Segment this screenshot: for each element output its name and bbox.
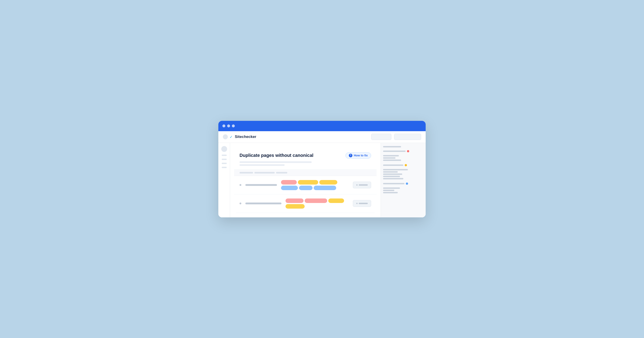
nav-button-secondary[interactable] xyxy=(394,134,421,140)
how-to-fix-label: How to fix xyxy=(354,154,368,157)
rp-group-2 xyxy=(383,150,424,152)
row-action-button-2[interactable] xyxy=(353,200,371,207)
rp-bar xyxy=(383,165,403,166)
navbar: ✓ Sitechecker xyxy=(218,131,426,143)
table-row xyxy=(234,194,376,213)
action-btn-dot xyxy=(356,203,358,204)
subtitle-bar-2 xyxy=(240,164,284,166)
rp-bar xyxy=(383,146,401,147)
row-label-2 xyxy=(246,202,282,204)
tag xyxy=(305,198,327,203)
rp-status-dot-blue xyxy=(406,182,408,185)
tag xyxy=(281,186,298,190)
rp-status-dot-red xyxy=(407,150,409,152)
rp-bar xyxy=(383,183,404,184)
action-btn-bar xyxy=(359,184,368,186)
rp-bar xyxy=(383,155,399,157)
th-bar-3 xyxy=(276,172,287,173)
rp-bar xyxy=(383,169,408,170)
traffic-light-3 xyxy=(232,125,235,127)
sidebar xyxy=(218,143,230,217)
rp-bar xyxy=(383,171,398,172)
rp-bar xyxy=(383,176,400,177)
th-bar-2 xyxy=(254,172,275,173)
sidebar-item-1[interactable] xyxy=(222,155,227,156)
tag xyxy=(281,180,297,184)
rp-group-3 xyxy=(383,164,424,166)
browser-window: ✓ Sitechecker Duplicate pages without ca… xyxy=(218,121,426,217)
table-header xyxy=(234,170,376,176)
row-action-button-1[interactable] xyxy=(353,181,371,188)
card-header: Duplicate pages without canonical ? How … xyxy=(234,147,376,170)
tag xyxy=(286,204,305,209)
rp-bar xyxy=(383,190,394,191)
rp-bar xyxy=(383,151,406,152)
logo-area: ✓ Sitechecker xyxy=(223,134,368,139)
how-to-fix-icon: ? xyxy=(349,154,352,157)
sidebar-item-2[interactable] xyxy=(222,159,227,160)
tag xyxy=(286,198,304,203)
rp-bar xyxy=(383,173,402,175)
rp-sub-group-4 xyxy=(383,187,424,193)
sidebar-item-3[interactable] xyxy=(222,163,227,164)
tag xyxy=(314,186,336,190)
tag xyxy=(298,180,318,184)
rp-bar xyxy=(383,157,396,159)
rp-status-dot-orange xyxy=(405,164,407,166)
main-layout: Duplicate pages without canonical ? How … xyxy=(218,143,426,217)
content-card: Duplicate pages without canonical ? How … xyxy=(234,147,376,213)
rp-sub-group-2 xyxy=(383,155,424,161)
rp-bar xyxy=(383,178,403,179)
row-dot-2 xyxy=(240,202,241,204)
row-tags-1 xyxy=(281,180,349,190)
how-to-fix-button[interactable]: ? How to fix xyxy=(346,152,371,159)
nav-button-primary[interactable] xyxy=(371,134,392,140)
brand-checkmark: ✓ xyxy=(230,135,232,139)
content-area: Duplicate pages without canonical ? How … xyxy=(230,143,380,217)
right-panel xyxy=(380,143,426,217)
subtitle-bar-1 xyxy=(240,161,312,163)
action-btn-dot xyxy=(356,184,358,186)
logo-circle xyxy=(223,134,228,139)
tag xyxy=(328,198,344,203)
browser-titlebar xyxy=(218,121,426,131)
row-tags-2 xyxy=(286,198,349,209)
rp-bar xyxy=(383,192,398,193)
rp-group-4 xyxy=(383,182,424,185)
card-title-row: Duplicate pages without canonical ? How … xyxy=(240,152,371,159)
rp-group-1 xyxy=(383,146,424,147)
table-header-inner xyxy=(240,172,371,173)
card-title: Duplicate pages without canonical xyxy=(240,153,314,158)
row-dot-1 xyxy=(240,184,241,186)
tag xyxy=(299,186,312,190)
subtitle-bars xyxy=(240,161,371,166)
sidebar-item-4[interactable] xyxy=(222,167,227,168)
row-label-1 xyxy=(246,184,277,186)
rp-bar xyxy=(383,187,400,189)
rp-sub-group-3 xyxy=(383,169,424,179)
tag xyxy=(319,180,337,184)
th-bar-1 xyxy=(240,172,253,173)
traffic-light-1 xyxy=(222,125,225,127)
table-row xyxy=(234,176,376,194)
action-btn-bar xyxy=(359,203,368,204)
rp-bar xyxy=(383,160,401,161)
traffic-light-2 xyxy=(227,125,230,127)
sidebar-avatar xyxy=(221,146,227,152)
brand-name: Sitechecker xyxy=(235,135,256,139)
